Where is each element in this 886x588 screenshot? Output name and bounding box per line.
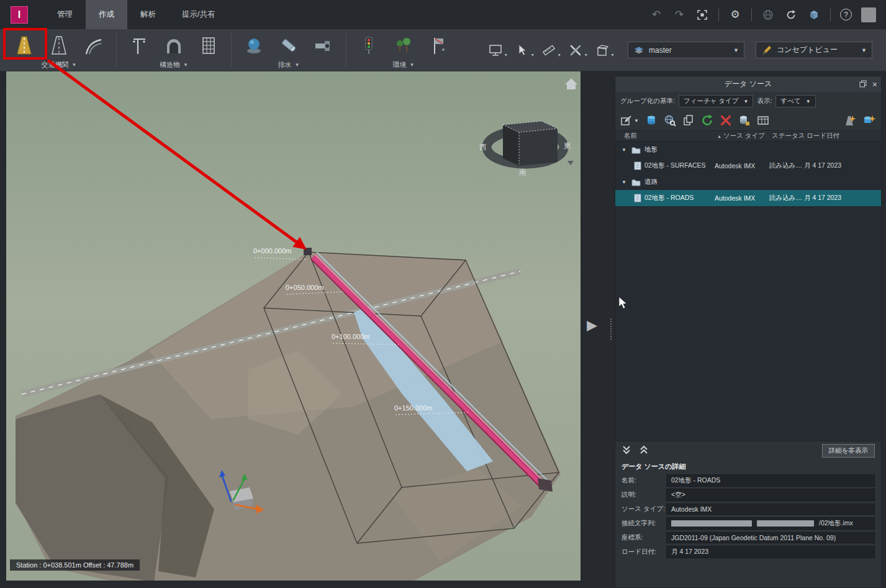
section-box-icon[interactable]: ▼ bbox=[594, 41, 617, 60]
collapse-all-icon[interactable] bbox=[622, 445, 631, 456]
drain-icon[interactable] bbox=[237, 32, 271, 59]
help-icon[interactable]: ? bbox=[840, 9, 852, 20]
navcube-south-label[interactable]: 南 bbox=[519, 168, 527, 176]
refresh-icon[interactable] bbox=[701, 114, 713, 127]
station-label: 0+150.000m bbox=[394, 404, 432, 412]
expand-panel-arrow[interactable]: ▶ bbox=[587, 319, 597, 332]
drainage-dropdown[interactable]: 排水▼ bbox=[237, 60, 340, 70]
group-label: 構造物 bbox=[160, 60, 180, 70]
measure-icon[interactable]: ▼ bbox=[540, 41, 563, 60]
show-select[interactable]: すべて▼ bbox=[775, 95, 815, 107]
select-cursor-icon[interactable]: ▼ bbox=[513, 41, 536, 60]
groupby-value: フィーチャ タイプ bbox=[684, 97, 739, 106]
road-outline-icon[interactable] bbox=[42, 32, 76, 59]
app-logo-button[interactable]: I bbox=[11, 6, 28, 24]
chevron-down-icon: ▼ bbox=[744, 99, 749, 104]
tunnel-icon[interactable] bbox=[157, 32, 191, 59]
import-datasource-icon[interactable]: ▼ bbox=[620, 114, 639, 127]
tab-manage[interactable]: 管理 bbox=[44, 0, 86, 29]
show-label: 表示: bbox=[757, 97, 772, 106]
tab-create[interactable]: 作成 bbox=[86, 0, 127, 29]
description-field[interactable]: <空> bbox=[666, 489, 875, 501]
hide-details-button[interactable]: 詳細を非表示 bbox=[822, 444, 875, 458]
proposal-select[interactable]: master ▼ bbox=[628, 42, 744, 58]
config-datasource-icon[interactable] bbox=[862, 114, 876, 127]
connection-string-field: /02地形.imx bbox=[666, 517, 875, 530]
ribbon-group-transport: 交通機関▼ bbox=[4, 30, 114, 70]
pencil-icon bbox=[761, 45, 772, 56]
chevron-down-icon: ▼ bbox=[183, 62, 188, 68]
culvert-icon[interactable] bbox=[307, 32, 340, 59]
navcube-east-label[interactable]: 東 bbox=[564, 142, 571, 150]
delete-icon[interactable] bbox=[720, 114, 732, 127]
tab-present-share[interactable]: 提示/共有 bbox=[169, 0, 228, 29]
titlebar-actions: ↶ ↷ ⚙ ? bbox=[649, 7, 886, 22]
chevron-down-icon: ▼ bbox=[610, 53, 615, 57]
restore-panel-icon[interactable] bbox=[859, 80, 867, 89]
tab-analyze[interactable]: 解析 bbox=[127, 0, 169, 29]
field-label: 説明: bbox=[622, 491, 666, 499]
expander-icon[interactable]: ▼ bbox=[622, 147, 628, 153]
viewport: 0+000.000m 0+050.000m 0+100.000m 0+150.0… bbox=[6, 71, 581, 581]
database-edit-icon[interactable] bbox=[738, 114, 751, 127]
traffic-light-icon[interactable] bbox=[352, 32, 386, 59]
frame-select-icon[interactable] bbox=[695, 8, 709, 22]
detail-row-connection: 接続文字列: /02地形.imx bbox=[615, 516, 881, 530]
expand-all-icon[interactable] bbox=[639, 445, 649, 456]
close-icon[interactable]: × bbox=[872, 79, 877, 89]
column-status[interactable]: ステータス bbox=[769, 132, 804, 140]
field-label: ソース タイプ: bbox=[622, 505, 666, 513]
tree-group-roads[interactable]: ▼ 道路 bbox=[615, 174, 881, 190]
table-icon[interactable] bbox=[757, 114, 769, 127]
chevron-down-icon: ▼ bbox=[410, 62, 415, 68]
road-icon[interactable] bbox=[7, 32, 41, 59]
group-label: 環境 bbox=[393, 60, 407, 70]
globe-icon[interactable] bbox=[761, 8, 775, 22]
user-avatar[interactable] bbox=[861, 7, 876, 22]
building-icon[interactable] bbox=[192, 32, 225, 59]
datasource-row-surfaces[interactable]: 02地形 - SURFACES Autodesk IMX 読み込み… 月 4 1… bbox=[615, 158, 881, 174]
column-name[interactable]: 名前 bbox=[615, 132, 715, 140]
station-label: 0+000.000m bbox=[253, 247, 291, 255]
column-source-type[interactable]: ▲ソース タイプ bbox=[715, 132, 769, 140]
column-load-date[interactable]: ロード日付 bbox=[804, 132, 881, 140]
detail-row-name: 名前: 02地形 - ROADS bbox=[615, 473, 881, 487]
divider bbox=[830, 9, 831, 21]
database-icon[interactable] bbox=[645, 114, 658, 127]
source-type-field: Autodesk IMX bbox=[666, 504, 875, 515]
datasource-row-roads-selected[interactable]: 02地形 - ROADS Autodesk IMX 読み込み… 月 4 17 2… bbox=[615, 190, 881, 206]
file-icon bbox=[634, 161, 641, 170]
panel-title: データ ソース bbox=[615, 79, 881, 89]
viewcube-icon[interactable] bbox=[807, 8, 821, 22]
view-style-select[interactable]: コンセプトビュー ▼ bbox=[756, 42, 872, 58]
render-screen-icon[interactable]: ▼ bbox=[487, 41, 510, 60]
utility-tools-icon[interactable]: ▼ bbox=[567, 41, 590, 60]
redo-icon[interactable]: ↷ bbox=[672, 8, 686, 22]
ramp-icon[interactable] bbox=[77, 32, 111, 59]
transport-dropdown[interactable]: 交通機関▼ bbox=[7, 60, 111, 70]
find-datasource-icon[interactable] bbox=[664, 114, 676, 127]
environment-dropdown[interactable]: 環境▼ bbox=[352, 60, 455, 70]
structures-dropdown[interactable]: 構造物▼ bbox=[122, 60, 225, 70]
gear-icon[interactable]: ⚙ bbox=[728, 8, 742, 22]
signal-pole-icon[interactable] bbox=[122, 32, 156, 59]
groupby-select[interactable]: フィーチャ タイプ▼ bbox=[679, 95, 754, 107]
refresh-icon[interactable] bbox=[784, 8, 798, 22]
pipe-icon[interactable] bbox=[272, 32, 305, 59]
groupby-label: グループ化の基準: bbox=[620, 97, 675, 106]
sign-icon[interactable] bbox=[422, 32, 455, 59]
panel-drag-handle[interactable] bbox=[610, 319, 612, 340]
tree-group-terrain[interactable]: ▼ 地形 bbox=[615, 142, 881, 158]
undo-icon[interactable]: ↶ bbox=[649, 8, 663, 22]
config-road-icon[interactable] bbox=[843, 114, 856, 127]
vegetation-icon[interactable] bbox=[387, 32, 420, 59]
main-menu-tabs: 管理 作成 解析 提示/共有 bbox=[44, 0, 228, 29]
3d-canvas[interactable]: 0+000.000m 0+050.000m 0+100.000m 0+150.0… bbox=[6, 71, 581, 581]
expander-icon[interactable]: ▼ bbox=[622, 179, 628, 185]
navcube-west-label[interactable]: 西 bbox=[479, 143, 487, 152]
panel-header[interactable]: データ ソース × bbox=[615, 76, 881, 92]
copy-icon[interactable] bbox=[682, 114, 695, 127]
group-name: 地形 bbox=[644, 145, 658, 154]
titlebar: I 管理 作成 解析 提示/共有 ↶ ↷ ⚙ ? bbox=[0, 0, 886, 29]
name-field[interactable]: 02地形 - ROADS bbox=[666, 474, 875, 487]
